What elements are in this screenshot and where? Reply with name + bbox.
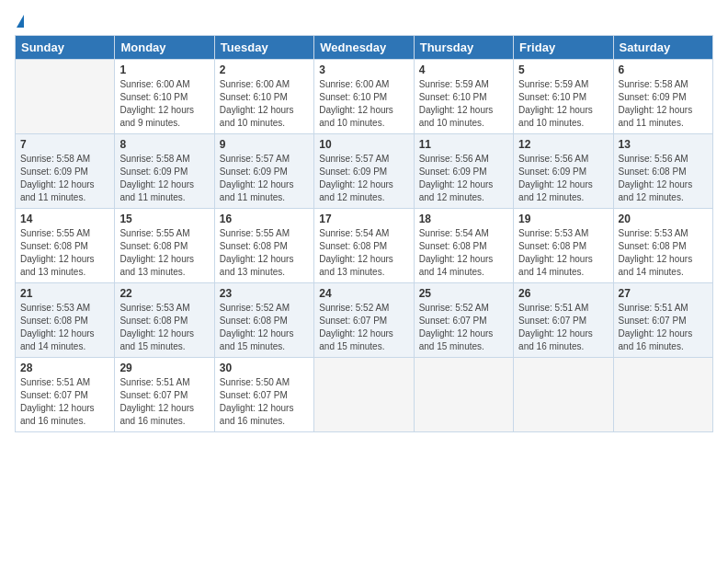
calendar-cell: 17Sunrise: 5:54 AMSunset: 6:08 PMDayligh… <box>314 209 414 283</box>
calendar-cell: 22Sunrise: 5:53 AMSunset: 6:08 PMDayligh… <box>115 283 214 358</box>
day-number: 19 <box>518 213 608 225</box>
calendar-cell <box>514 358 613 432</box>
day-info: Sunrise: 5:54 AMSunset: 6:08 PMDaylight:… <box>319 227 408 279</box>
calendar-cell: 9Sunrise: 5:57 AMSunset: 6:09 PMDaylight… <box>214 134 313 209</box>
day-number: 16 <box>220 213 309 225</box>
calendar-cell: 28Sunrise: 5:51 AMSunset: 6:07 PMDayligh… <box>16 358 115 432</box>
day-number: 12 <box>518 138 608 151</box>
calendar-cell: 13Sunrise: 5:56 AMSunset: 6:08 PMDayligh… <box>613 134 712 209</box>
day-number: 29 <box>119 362 209 374</box>
calendar-cell: 30Sunrise: 5:50 AMSunset: 6:07 PMDayligh… <box>214 358 313 432</box>
calendar-cell: 23Sunrise: 5:52 AMSunset: 6:08 PMDayligh… <box>214 283 313 358</box>
day-number: 18 <box>419 213 508 225</box>
logo-triangle-icon <box>17 15 24 28</box>
day-number: 1 <box>119 63 209 76</box>
day-number: 13 <box>619 138 708 151</box>
day-info: Sunrise: 5:53 AMSunset: 6:08 PMDaylight:… <box>518 227 608 279</box>
calendar-cell: 10Sunrise: 5:57 AMSunset: 6:09 PMDayligh… <box>314 134 414 209</box>
day-number: 4 <box>419 63 508 76</box>
day-info: Sunrise: 5:59 AMSunset: 6:10 PMDaylight:… <box>419 78 508 130</box>
day-info: Sunrise: 5:58 AMSunset: 6:09 PMDaylight:… <box>20 153 109 204</box>
day-number: 25 <box>419 287 508 300</box>
day-number: 21 <box>20 287 109 300</box>
calendar-header-sunday: Sunday <box>16 36 115 60</box>
logo <box>15 15 24 28</box>
day-info: Sunrise: 6:00 AMSunset: 6:10 PMDaylight:… <box>319 78 408 130</box>
calendar-cell: 8Sunrise: 5:58 AMSunset: 6:09 PMDaylight… <box>115 134 214 209</box>
calendar-cell: 26Sunrise: 5:51 AMSunset: 6:07 PMDayligh… <box>514 283 613 358</box>
calendar-cell: 29Sunrise: 5:51 AMSunset: 6:07 PMDayligh… <box>115 358 214 432</box>
day-info: Sunrise: 6:00 AMSunset: 6:10 PMDaylight:… <box>220 78 309 130</box>
day-info: Sunrise: 5:56 AMSunset: 6:08 PMDaylight:… <box>619 153 708 204</box>
day-number: 8 <box>119 138 209 151</box>
calendar-cell: 11Sunrise: 5:56 AMSunset: 6:09 PMDayligh… <box>414 134 513 209</box>
day-number: 6 <box>619 63 708 76</box>
day-info: Sunrise: 5:59 AMSunset: 6:10 PMDaylight:… <box>518 78 608 130</box>
day-number: 23 <box>220 287 309 300</box>
calendar-cell: 2Sunrise: 6:00 AMSunset: 6:10 PMDaylight… <box>214 60 313 134</box>
day-info: Sunrise: 5:53 AMSunset: 6:08 PMDaylight:… <box>119 302 209 353</box>
calendar-cell: 25Sunrise: 5:52 AMSunset: 6:07 PMDayligh… <box>414 283 513 358</box>
day-info: Sunrise: 5:51 AMSunset: 6:07 PMDaylight:… <box>518 302 608 353</box>
day-info: Sunrise: 5:51 AMSunset: 6:07 PMDaylight:… <box>619 302 708 353</box>
calendar-header-friday: Friday <box>514 36 613 60</box>
calendar-cell: 5Sunrise: 5:59 AMSunset: 6:10 PMDaylight… <box>514 60 613 134</box>
calendar-cell <box>613 358 712 432</box>
day-number: 9 <box>220 138 309 151</box>
calendar-cell: 15Sunrise: 5:55 AMSunset: 6:08 PMDayligh… <box>115 209 214 283</box>
day-number: 15 <box>119 213 209 225</box>
calendar-header-row: SundayMondayTuesdayWednesdayThursdayFrid… <box>16 36 713 60</box>
day-number: 2 <box>220 63 309 76</box>
day-info: Sunrise: 5:58 AMSunset: 6:09 PMDaylight:… <box>619 78 708 130</box>
day-number: 3 <box>319 63 408 76</box>
calendar-cell: 12Sunrise: 5:56 AMSunset: 6:09 PMDayligh… <box>514 134 613 209</box>
day-number: 20 <box>619 213 708 225</box>
calendar-table: SundayMondayTuesdayWednesdayThursdayFrid… <box>15 35 713 432</box>
calendar-cell: 18Sunrise: 5:54 AMSunset: 6:08 PMDayligh… <box>414 209 513 283</box>
calendar-header-saturday: Saturday <box>613 36 712 60</box>
calendar-cell <box>314 358 414 432</box>
calendar-cell: 24Sunrise: 5:52 AMSunset: 6:07 PMDayligh… <box>314 283 414 358</box>
day-number: 30 <box>220 362 309 374</box>
day-info: Sunrise: 5:55 AMSunset: 6:08 PMDaylight:… <box>20 227 109 279</box>
calendar-week-row: 14Sunrise: 5:55 AMSunset: 6:08 PMDayligh… <box>16 209 713 283</box>
day-info: Sunrise: 5:52 AMSunset: 6:07 PMDaylight:… <box>319 302 408 353</box>
calendar-cell: 7Sunrise: 5:58 AMSunset: 6:09 PMDaylight… <box>16 134 115 209</box>
day-number: 17 <box>319 213 408 225</box>
day-info: Sunrise: 5:55 AMSunset: 6:08 PMDaylight:… <box>220 227 309 279</box>
day-number: 24 <box>319 287 408 300</box>
day-info: Sunrise: 5:51 AMSunset: 6:07 PMDaylight:… <box>20 376 109 428</box>
day-info: Sunrise: 5:52 AMSunset: 6:07 PMDaylight:… <box>419 302 508 353</box>
day-number: 11 <box>419 138 508 151</box>
day-number: 26 <box>518 287 608 300</box>
calendar-cell: 4Sunrise: 5:59 AMSunset: 6:10 PMDaylight… <box>414 60 513 134</box>
calendar-cell <box>16 60 115 134</box>
day-info: Sunrise: 5:53 AMSunset: 6:08 PMDaylight:… <box>20 302 109 353</box>
calendar-cell: 21Sunrise: 5:53 AMSunset: 6:08 PMDayligh… <box>16 283 115 358</box>
calendar-header-thursday: Thursday <box>414 36 513 60</box>
calendar-week-row: 28Sunrise: 5:51 AMSunset: 6:07 PMDayligh… <box>16 358 713 432</box>
calendar-cell: 3Sunrise: 6:00 AMSunset: 6:10 PMDaylight… <box>314 60 414 134</box>
calendar-cell <box>414 358 513 432</box>
day-number: 22 <box>119 287 209 300</box>
day-number: 28 <box>20 362 109 374</box>
calendar-header-wednesday: Wednesday <box>314 36 414 60</box>
day-number: 10 <box>319 138 408 151</box>
day-info: Sunrise: 5:53 AMSunset: 6:08 PMDaylight:… <box>619 227 708 279</box>
day-number: 7 <box>20 138 109 151</box>
day-number: 5 <box>518 63 608 76</box>
calendar-cell: 27Sunrise: 5:51 AMSunset: 6:07 PMDayligh… <box>613 283 712 358</box>
day-info: Sunrise: 5:56 AMSunset: 6:09 PMDaylight:… <box>419 153 508 204</box>
calendar-cell: 14Sunrise: 5:55 AMSunset: 6:08 PMDayligh… <box>16 209 115 283</box>
calendar-cell: 16Sunrise: 5:55 AMSunset: 6:08 PMDayligh… <box>214 209 313 283</box>
day-info: Sunrise: 5:56 AMSunset: 6:09 PMDaylight:… <box>518 153 608 204</box>
day-info: Sunrise: 6:00 AMSunset: 6:10 PMDaylight:… <box>119 78 209 130</box>
calendar-cell: 19Sunrise: 5:53 AMSunset: 6:08 PMDayligh… <box>514 209 613 283</box>
calendar-cell: 1Sunrise: 6:00 AMSunset: 6:10 PMDaylight… <box>115 60 214 134</box>
day-info: Sunrise: 5:55 AMSunset: 6:08 PMDaylight:… <box>119 227 209 279</box>
calendar-week-row: 21Sunrise: 5:53 AMSunset: 6:08 PMDayligh… <box>16 283 713 358</box>
day-info: Sunrise: 5:57 AMSunset: 6:09 PMDaylight:… <box>319 153 408 204</box>
day-info: Sunrise: 5:50 AMSunset: 6:07 PMDaylight:… <box>220 376 309 428</box>
calendar-week-row: 7Sunrise: 5:58 AMSunset: 6:09 PMDaylight… <box>16 134 713 209</box>
calendar-cell: 20Sunrise: 5:53 AMSunset: 6:08 PMDayligh… <box>613 209 712 283</box>
